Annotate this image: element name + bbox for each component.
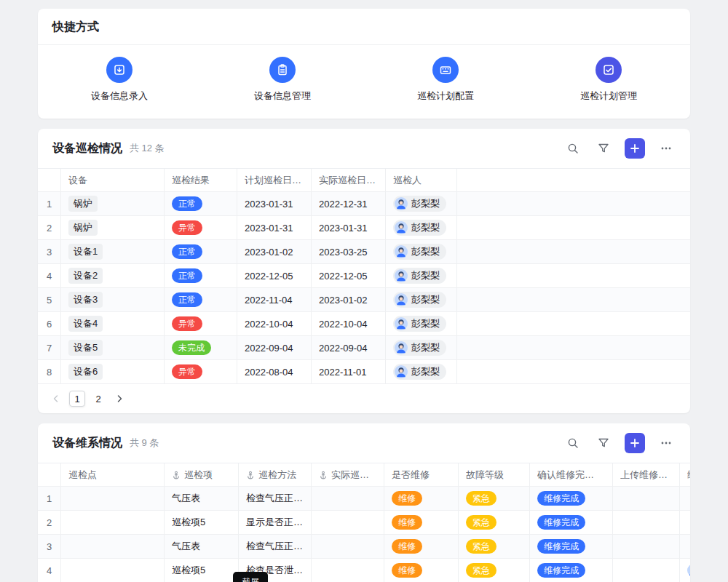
row-number[interactable]: 1 <box>38 487 61 510</box>
shortcut-plan-manage[interactable]: 巡检计划管理 <box>527 57 690 103</box>
add-record-button[interactable] <box>625 433 645 453</box>
next-page-icon[interactable] <box>111 391 127 407</box>
column-header-planned[interactable]: 计划巡检日… <box>237 169 312 191</box>
worker-cell[interactable] <box>680 511 690 534</box>
inspector-cell[interactable]: 彭梨梨 <box>386 192 457 215</box>
actual-date-cell[interactable]: 2022-09-04 <box>312 336 386 359</box>
row-number[interactable]: 3 <box>38 535 61 558</box>
device-cell[interactable]: 设备1 <box>61 240 165 263</box>
confirm-cell[interactable]: 维修完成 <box>530 511 613 534</box>
confirm-cell[interactable]: 维修完成 <box>530 487 613 510</box>
inspector-cell[interactable]: 彭梨梨 <box>386 240 457 263</box>
actual-date-cell[interactable]: 2023-01-31 <box>312 216 386 239</box>
level-cell[interactable]: 紧急 <box>459 535 530 558</box>
add-record-button[interactable] <box>625 138 645 159</box>
device-cell[interactable]: 锅炉 <box>61 192 165 215</box>
upload-cell[interactable] <box>613 559 680 582</box>
planned-date-cell[interactable]: 2022-11-04 <box>237 288 312 311</box>
column-header-point[interactable]: 巡检点 <box>61 463 165 486</box>
worker-cell[interactable] <box>680 559 690 582</box>
inspector-cell[interactable]: 彭梨梨 <box>386 336 457 359</box>
row-number[interactable]: 7 <box>38 336 61 359</box>
inspector-cell[interactable]: 彭梨梨 <box>386 288 457 311</box>
actual-date-cell[interactable]: 2022-11-01 <box>312 360 386 383</box>
level-cell[interactable]: 紧急 <box>459 487 530 510</box>
item-cell[interactable]: 气压表 <box>165 487 239 510</box>
planned-date-cell[interactable]: 2022-09-04 <box>237 336 312 359</box>
repair-cell[interactable]: 维修 <box>384 559 459 582</box>
level-cell[interactable]: 紧急 <box>459 511 530 534</box>
device-cell[interactable]: 设备4 <box>61 312 165 335</box>
inspector-cell[interactable]: 彭梨梨 <box>386 264 457 287</box>
result-cell[interactable]: 异常 <box>165 360 237 383</box>
result-cell[interactable]: 正常 <box>165 240 237 263</box>
planned-date-cell[interactable]: 2022-12-05 <box>237 264 312 287</box>
page-button-1[interactable]: 1 <box>69 391 85 407</box>
column-header-item[interactable]: 巡检项 <box>165 463 239 486</box>
planned-date-cell[interactable]: 2022-10-04 <box>237 312 312 335</box>
shortcut-device-entry[interactable]: 设备信息录入 <box>38 57 201 103</box>
row-number[interactable]: 8 <box>38 360 61 383</box>
filter-icon[interactable] <box>594 139 613 158</box>
confirm-cell[interactable]: 维修完成 <box>530 535 613 558</box>
planned-date-cell[interactable]: 2023-01-02 <box>237 240 312 263</box>
method-cell[interactable]: 检查气压正… <box>239 535 312 558</box>
inspector-cell[interactable]: 彭梨梨 <box>386 312 457 335</box>
actual-cell[interactable] <box>312 511 384 534</box>
row-number[interactable]: 6 <box>38 312 61 335</box>
actual-cell[interactable] <box>312 559 384 582</box>
actual-date-cell[interactable]: 2023-01-02 <box>312 288 386 311</box>
column-header-confirm[interactable]: 确认维修完… <box>530 463 613 486</box>
result-cell[interactable]: 未完成 <box>165 336 237 359</box>
upload-cell[interactable] <box>613 487 680 510</box>
row-number[interactable]: 1 <box>38 192 61 215</box>
item-cell[interactable]: 巡检项5 <box>165 559 239 582</box>
worker-cell[interactable] <box>680 535 690 558</box>
method-cell[interactable]: 检查气压正… <box>239 487 312 510</box>
actual-date-cell[interactable]: 2022-10-04 <box>312 312 386 335</box>
confirm-cell[interactable]: 维修完成 <box>530 559 613 582</box>
point-cell[interactable] <box>61 511 165 534</box>
column-header-repair[interactable]: 是否维修 <box>384 463 459 486</box>
column-header-inspector[interactable]: 巡检人 <box>386 169 457 191</box>
device-cell[interactable]: 设备2 <box>61 264 165 287</box>
row-number[interactable]: 2 <box>38 511 61 534</box>
column-header-upload[interactable]: 上传维修结… <box>613 463 680 486</box>
search-icon[interactable] <box>563 434 582 453</box>
item-cell[interactable]: 气压表 <box>165 535 239 558</box>
device-cell[interactable]: 设备5 <box>61 336 165 359</box>
filter-icon[interactable] <box>594 434 613 453</box>
device-cell[interactable]: 设备6 <box>61 360 165 383</box>
planned-date-cell[interactable]: 2023-01-31 <box>237 192 312 215</box>
result-cell[interactable]: 正常 <box>165 288 237 311</box>
planned-date-cell[interactable]: 2023-01-31 <box>237 216 312 239</box>
repair-cell[interactable]: 维修 <box>384 535 459 558</box>
row-number[interactable]: 4 <box>38 264 61 287</box>
device-cell[interactable]: 锅炉 <box>61 216 165 239</box>
point-cell[interactable] <box>61 535 165 558</box>
item-cell[interactable]: 巡检项5 <box>165 511 239 534</box>
actual-date-cell[interactable]: 2022-12-31 <box>312 192 386 215</box>
row-number[interactable]: 4 <box>38 559 61 582</box>
actual-cell[interactable] <box>312 487 384 510</box>
actual-date-cell[interactable]: 2023-03-25 <box>312 240 386 263</box>
search-icon[interactable] <box>563 139 582 158</box>
repair-cell[interactable]: 维修 <box>384 487 459 510</box>
page-button-2[interactable]: 2 <box>90 391 106 407</box>
column-header-result[interactable]: 巡检结果 <box>165 169 237 191</box>
upload-cell[interactable] <box>613 535 680 558</box>
row-number[interactable]: 2 <box>38 216 61 239</box>
result-cell[interactable]: 正常 <box>165 264 237 287</box>
level-cell[interactable]: 紧急 <box>459 559 530 582</box>
more-icon[interactable] <box>657 434 676 453</box>
upload-cell[interactable] <box>613 511 680 534</box>
column-header-level[interactable]: 故障等级 <box>459 463 530 486</box>
method-cell[interactable]: 显示是否正… <box>239 511 312 534</box>
row-number[interactable]: 5 <box>38 288 61 311</box>
actual-cell[interactable] <box>312 535 384 558</box>
column-header-method[interactable]: 巡检方法 <box>239 463 312 486</box>
device-cell[interactable]: 设备3 <box>61 288 165 311</box>
shortcut-plan-config[interactable]: 巡检计划配置 <box>364 57 527 103</box>
point-cell[interactable] <box>61 559 165 582</box>
result-cell[interactable]: 正常 <box>165 192 237 215</box>
